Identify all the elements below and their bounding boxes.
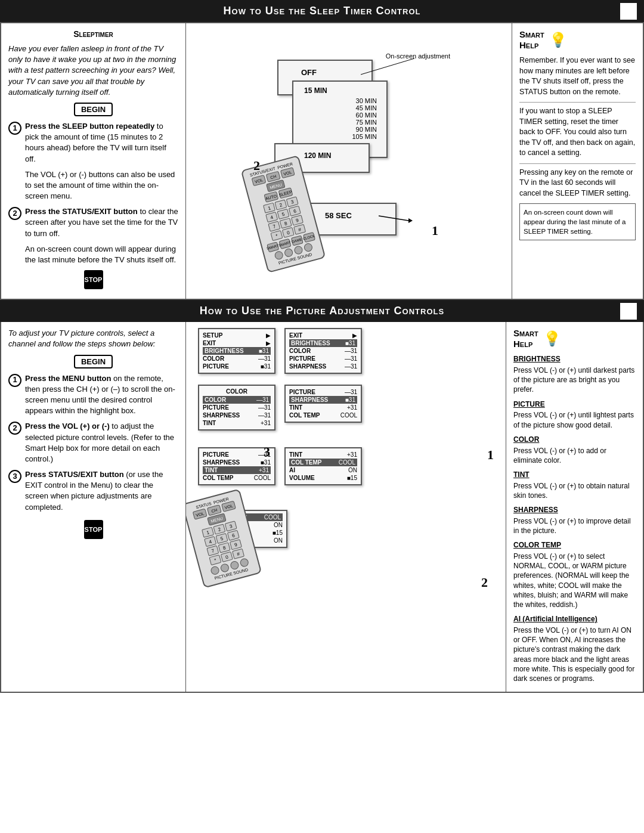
step1: 1 Press the SLEEP button repeatedly to p… [8, 121, 178, 165]
section1-right-panel: SmartHelp 💡 Remember. If you ever want t… [512, 23, 643, 299]
section2-middle-panel: SETUP▶ EXIT▶ BRIGHTNESS■31 COLOR—31 PICT… [186, 322, 506, 620]
tint-term: TINT [513, 470, 636, 480]
s2-step3-text: Press STATUS/EXIT button (or use the EXI… [25, 469, 178, 513]
sleeptimer-title: Sleeptimer [8, 29, 178, 39]
color-text: Press VOL (-) or (+) to add or eliminate… [513, 446, 636, 465]
menu-card-3: COLOR COLOR—31 PICTURE—31 SHARPNESS—31 T… [198, 385, 275, 431]
ai-text: Press the VOL (-) or (+) to turn AI ON o… [513, 625, 636, 683]
section1-title: How to Use the Sleep Timer Control [224, 5, 421, 17]
section2-left-panel: To adjust your TV picture controls, sele… [1, 322, 186, 692]
step2-num: 2 [8, 207, 21, 220]
s2-step2-num: 2 [8, 422, 21, 435]
remote2-illustration: STATUS POWER VOL CH VOL MENU 123 456 789… [186, 489, 262, 589]
s2-step1-text: Press the MENU button on the remote, the… [25, 373, 178, 417]
section2-title: How to Use the Picture Adjustment Contro… [200, 305, 444, 317]
s2-bulb-icon: 💡 [543, 329, 561, 349]
sleeptimer-intro: Have you ever fallen asleep in front of … [8, 44, 178, 98]
s2-step2-label: 2 [481, 575, 488, 590]
step1-label-img: 1 [432, 223, 438, 239]
s2-step2: 2 Press the VOL (+) or (-) to adjust the… [8, 421, 178, 465]
picture-text: Press VOL (-) or (+) until lightest part… [513, 410, 636, 429]
section1-content: Sleeptimer Have you ever fallen asleep i… [0, 22, 644, 300]
sharpness-text: Press VOL (-) or (+) to improve detail i… [513, 516, 636, 535]
section2-intro: To adjust your TV picture controls, sele… [8, 328, 178, 349]
note-box: An on-screen count down will appear duri… [519, 203, 636, 240]
picture-term: PICTURE [513, 400, 636, 410]
tv-illustration: On-screen adjustment OFF 15 MIN 30 MIN 4… [242, 48, 456, 274]
ai-term: AI (Artificial Intelligence) [513, 614, 636, 624]
corner-box2 [620, 303, 637, 320]
step2-label: 2 [253, 158, 260, 174]
s2-step1-num: 1 [8, 374, 21, 387]
s2-step3-label: 3 [264, 444, 270, 460]
section1-middle-panel: On-screen adjustment OFF 15 MIN 30 MIN 4… [186, 23, 512, 299]
step2-extra: An on-screen count down will appear duri… [25, 244, 178, 265]
section2-right-panel: SmartHelp 💡 BRIGHTNESS Press VOL (-) or … [506, 322, 643, 692]
s2-step3-num: 3 [8, 470, 21, 483]
bulb-icon: 💡 [549, 32, 567, 48]
step1-num: 1 [8, 122, 21, 135]
svg-marker-2 [408, 218, 413, 223]
menu-card-6: TINT+31 COL TEMPCOOL AION VOLUME■15 [284, 447, 362, 485]
section1-header: How to Use the Sleep Timer Control [0, 0, 644, 22]
colortemp-term: COLOR TEMP [513, 540, 636, 550]
smart-help-title: SmartHelp [519, 29, 544, 51]
stop-button2[interactable]: STOP [84, 520, 103, 539]
color-term: COLOR [513, 435, 636, 445]
step2: 2 Press the STATUS/EXIT button to clear … [8, 206, 178, 239]
s2-smart-help-title: SmartHelp [513, 328, 538, 349]
begin-button[interactable]: BEGIN [74, 103, 113, 116]
tint-text: Press VOL (-) or (+) to obtain natural s… [513, 481, 636, 500]
colortemp-text: Press VOL (-) or (+) to select NORMAL, C… [513, 552, 636, 609]
smart-help-para3: Pressing any key on the remote or TV in … [519, 168, 636, 199]
begin-button2[interactable]: BEGIN [74, 355, 113, 368]
step2-text: Press the STATUS/EXIT button to clear th… [25, 206, 178, 239]
step1-text: Press the SLEEP button repeatedly to pic… [25, 121, 178, 165]
s2-step2-text: Press the VOL (+) or (-) to adjust the s… [25, 421, 178, 465]
smart-help-para2: If you want to stop a SLEEP TIMER settin… [519, 106, 636, 159]
menu-card-2: EXIT▶ BRIGHTNESS■31 COLOR—31 PICTURE—31 … [284, 328, 362, 374]
smart-help-header: SmartHelp 💡 [519, 29, 636, 51]
section2-content: To adjust your TV picture controls, sele… [0, 322, 644, 693]
s2-smart-help-header: SmartHelp 💡 [513, 328, 636, 349]
section2-header: How to Use the Picture Adjustment Contro… [0, 300, 644, 322]
brightness-term: BRIGHTNESS [513, 354, 636, 364]
menu-card-4: PICTURE—31 SHARPNESS■31 TINT+31 COL TEMP… [284, 385, 362, 423]
s2-step3: 3 Press STATUS/EXIT button (or use the E… [8, 469, 178, 513]
menu-card-1: SETUP▶ EXIT▶ BRIGHTNESS■31 COLOR—31 PICT… [198, 328, 275, 374]
step1-extra: The VOL (+) or (-) buttons can also be u… [25, 169, 178, 202]
brightness-text: Press VOL (-) or (+) until darkest parts… [513, 366, 636, 395]
smart-help-para1: Remember. If you ever want to see how ma… [519, 55, 636, 97]
s2-step1: 1 Press the MENU button on the remote, t… [8, 373, 178, 417]
onscreen-label: On-screen adjustment [386, 52, 450, 60]
s2-step1-label-img: 1 [487, 447, 494, 463]
sharpness-term: SHARPNESS [513, 505, 636, 515]
corner-box [620, 3, 637, 20]
section1-left-panel: Sleeptimer Have you ever fallen asleep i… [1, 23, 186, 299]
stop-button[interactable]: STOP [84, 270, 103, 289]
